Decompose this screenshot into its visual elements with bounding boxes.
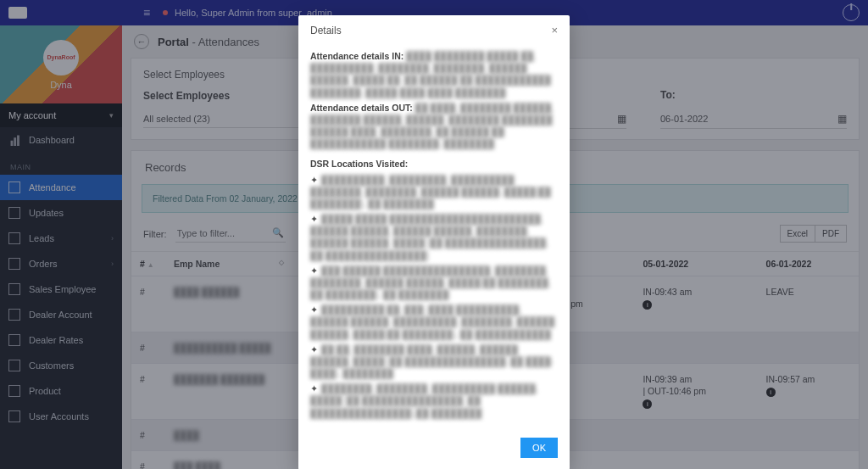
location-item: ✦██████████ ██, ███, ████ ██████████, ██…: [310, 304, 558, 340]
location-item: ✦██ ██, ████████ ████, ██████, ██████ ██…: [310, 343, 558, 380]
location-item: ✦█████ █████ ████████████████████████, █…: [310, 213, 558, 261]
modal-backdrop[interactable]: Details × Attendance details IN: ████ ██…: [0, 0, 868, 469]
modal-title: Details: [310, 25, 342, 36]
location-item: ✦████████, ████████, ██████████ ██████, …: [310, 382, 558, 419]
locations-label: DSR Locations Visited:: [310, 159, 408, 169]
attendance-in-label: Attendance details IN:: [310, 51, 403, 61]
location-item: ✦███ ██████ █████████████████, ████████,…: [310, 265, 558, 301]
close-icon[interactable]: ×: [551, 24, 558, 36]
details-modal: Details × Attendance details IN: ████ ██…: [298, 15, 570, 469]
ok-button[interactable]: OK: [520, 438, 558, 458]
attendance-out-label: Attendance details OUT:: [310, 103, 413, 113]
location-item: ✦██████████, █████████, ██████████ █████…: [310, 174, 558, 210]
